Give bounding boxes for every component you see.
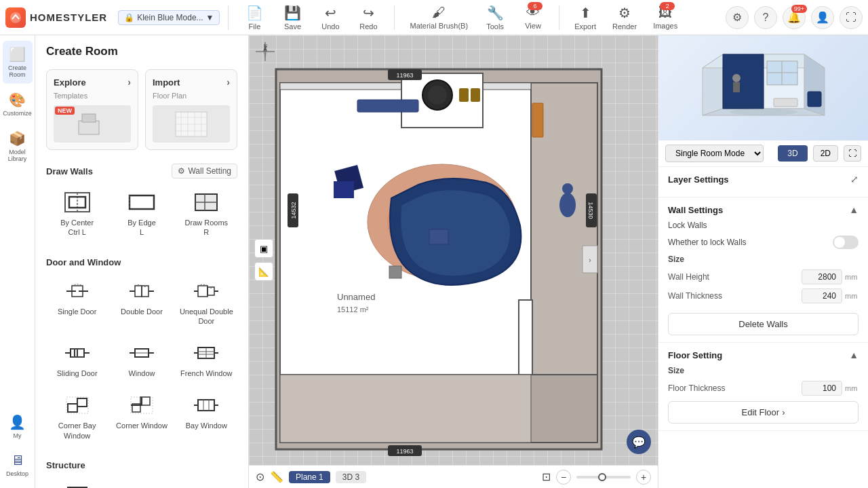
view-button[interactable]: 👁 View <box>515 2 551 33</box>
corner-window-item[interactable]: Corner Window <box>111 387 172 447</box>
zoom-controls: ⊡ − + <box>542 470 651 485</box>
fullscreen-button[interactable]: ⛶ <box>840 6 863 29</box>
nav-create-room[interactable]: ⬜ CreateRoom <box>3 41 33 83</box>
svg-rect-24 <box>135 286 142 297</box>
nav-my[interactable]: 👤 My <box>3 409 33 445</box>
images-button[interactable]: 🖼 Images <box>646 2 684 33</box>
explore-templates-card[interactable]: Explore › Templates NEW <box>46 69 138 150</box>
import-arrow: › <box>226 77 230 88</box>
zoom-slider[interactable] <box>576 476 631 478</box>
svg-text:11963: 11963 <box>396 448 413 455</box>
draw-walls-header: Draw Walls ⚙ Wall Setting <box>35 158 248 181</box>
undo-label: Undo <box>321 22 339 31</box>
desktop-icon: 🖥 <box>11 453 24 468</box>
wall-settings-collapse-icon[interactable]: ▲ <box>849 204 859 215</box>
view-mode-select[interactable]: Single Room Mode <box>665 145 764 162</box>
ruler-button[interactable]: 📏 <box>270 470 283 483</box>
floor-plan-canvas[interactable]: N <box>249 35 658 488</box>
by-center-icon <box>62 190 93 214</box>
render-button[interactable]: ⚙ Render <box>606 2 644 33</box>
chat-button[interactable]: 💬 <box>627 430 651 454</box>
floor-settings-collapse-icon[interactable]: ▲ <box>849 350 859 360</box>
import-floor-plan-card[interactable]: Import › Floor Plan <box>145 69 237 150</box>
double-door-item[interactable]: Double Door <box>111 273 172 333</box>
nav-customize[interactable]: 🎨 Customize <box>3 86 33 122</box>
explore-preview: NEW <box>54 105 131 143</box>
canvas-area[interactable]: N <box>249 35 658 488</box>
tools-button[interactable]: 🔧 Tools <box>477 2 513 33</box>
import-sublabel: Floor Plan <box>153 92 230 100</box>
explore-label: Explore <box>54 77 86 88</box>
wall-height-unit: mm <box>845 273 859 281</box>
material-brush-button[interactable]: 🖌 Material Brush(B) <box>403 2 475 33</box>
end-view-button[interactable]: ⊙ <box>256 470 264 483</box>
main-layout: ⬜ CreateRoom 🎨 Customize 📦 ModelLibrary … <box>0 35 868 488</box>
expand-view-button[interactable]: ⛶ <box>844 145 861 162</box>
french-window-item[interactable]: French Window <box>176 335 237 384</box>
by-center-label: By CenterCtrl L <box>60 218 94 238</box>
profile-button[interactable]: 👤 <box>811 6 834 29</box>
single-door-item[interactable]: Single Door <box>46 273 108 333</box>
corner-bay-window-item[interactable]: Corner Bay Window <box>46 387 108 447</box>
plane-tab[interactable]: Plane 1 <box>289 471 330 483</box>
explore-header: Explore › <box>54 77 131 88</box>
mode-chevron-icon: ▼ <box>206 13 214 22</box>
bay-window-item[interactable]: Bay Window <box>176 387 237 447</box>
door-window-header: Door and Window <box>35 252 248 270</box>
file-button[interactable]: 📄 File <box>237 2 272 33</box>
sliding-door-item[interactable]: Sliding Door <box>46 335 108 384</box>
floor-settings-title: Floor Setting <box>668 350 722 360</box>
nav-desktop[interactable]: 🖥 Desktop <box>3 447 33 483</box>
ruler-tool-button[interactable]: 📐 <box>254 262 273 281</box>
svg-rect-123 <box>808 92 821 107</box>
edit-floor-button[interactable]: Edit Floor › <box>668 401 859 424</box>
render-label: Render <box>612 22 637 31</box>
svg-rect-120 <box>774 98 797 107</box>
svg-text:Unnamed: Unnamed <box>337 292 375 302</box>
mode-selector[interactable]: 🔒 Klein Blue Mode... ▼ <box>118 10 220 25</box>
undo-button[interactable]: ↩ Undo <box>313 2 348 33</box>
nav-model-library[interactable]: 📦 ModelLibrary <box>3 125 33 168</box>
lock-walls-toggle[interactable] <box>833 236 859 249</box>
by-center-item[interactable]: By CenterCtrl L <box>46 184 108 244</box>
zoom-out-button[interactable]: − <box>556 470 571 485</box>
beam-icon <box>191 482 222 488</box>
beam-item[interactable]: Beam <box>176 476 237 488</box>
export-button[interactable]: ⬆ Export <box>568 2 603 33</box>
wall-thickness-input[interactable] <box>802 288 842 303</box>
svg-text:›: › <box>589 257 591 264</box>
2d-view-button[interactable]: 2D <box>813 145 838 162</box>
floor-size-label-row: Size <box>668 366 859 375</box>
layer-settings-section: Layer Settings ⤢ <box>658 167 868 198</box>
door-opening-item[interactable]: Door Opening <box>46 476 108 488</box>
3d-view-button[interactable]: 3D <box>778 145 807 162</box>
delete-walls-button[interactable]: Delete Walls <box>668 313 859 335</box>
save-label: Save <box>284 22 301 31</box>
toolbar-separator-2 <box>394 5 395 30</box>
structure-header: Structure <box>35 455 248 473</box>
draw-rooms-item[interactable]: Draw RoomsR <box>176 184 237 244</box>
notifications-button[interactable]: 🔔 99+ <box>783 6 806 29</box>
redo-button[interactable]: ↪ Redo <box>351 2 386 33</box>
staircase-item[interactable] <box>111 476 172 488</box>
floor-thickness-input[interactable] <box>802 381 842 396</box>
wall-height-input[interactable] <box>802 269 842 284</box>
help-button[interactable]: ? <box>754 6 777 29</box>
window-item[interactable]: Window <box>111 335 172 384</box>
save-button[interactable]: 💾 Save <box>275 2 310 33</box>
wall-setting-button[interactable]: ⚙ Wall Setting <box>172 164 237 179</box>
by-edge-item[interactable]: By EdgeL <box>111 184 172 244</box>
select-tool-button[interactable]: ▣ <box>254 239 273 258</box>
3d-tab[interactable]: 3D 3 <box>336 471 366 483</box>
toolbar-separator-3 <box>559 5 559 30</box>
unequal-double-door-item[interactable]: Unequal Double Door <box>176 273 237 333</box>
settings-button[interactable]: ⚙ <box>726 6 749 29</box>
svg-marker-115 <box>723 54 764 109</box>
zoom-in-button[interactable]: + <box>636 470 651 485</box>
zoom-fit-button[interactable]: ⊡ <box>542 470 551 483</box>
floor-plan-svg[interactable]: › Unnamed 15112 m² <box>269 62 608 456</box>
svg-rect-48 <box>77 398 87 407</box>
wall-setting-label: Wall Setting <box>188 166 231 176</box>
layer-settings-expand-icon[interactable]: ⤢ <box>850 174 859 185</box>
zoom-thumb[interactable] <box>598 473 606 481</box>
